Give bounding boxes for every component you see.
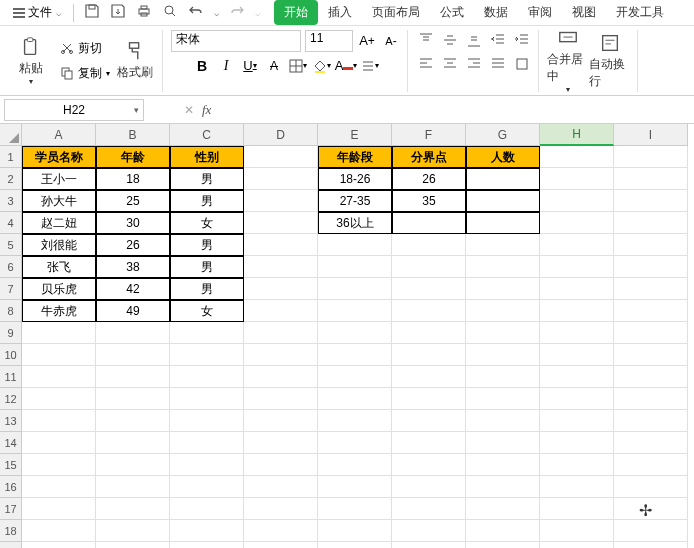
row-header-15[interactable]: 15 — [0, 454, 22, 476]
row-header-3[interactable]: 3 — [0, 190, 22, 212]
cell-D9[interactable] — [244, 322, 318, 344]
cell-A12[interactable] — [22, 388, 96, 410]
cell-I14[interactable] — [614, 432, 688, 454]
cell-C2[interactable]: 男 — [170, 168, 244, 190]
cell-E5[interactable] — [318, 234, 392, 256]
cell-F6[interactable] — [392, 256, 466, 278]
cell-I2[interactable] — [614, 168, 688, 190]
orientation-icon[interactable] — [512, 54, 532, 74]
cell-F5[interactable] — [392, 234, 466, 256]
cell-F9[interactable] — [392, 322, 466, 344]
font-name-select[interactable]: 宋体 — [171, 30, 301, 52]
cell-I3[interactable] — [614, 190, 688, 212]
cell-H15[interactable] — [540, 454, 614, 476]
cell-H16[interactable] — [540, 476, 614, 498]
cell-D10[interactable] — [244, 344, 318, 366]
col-header-G[interactable]: G — [466, 124, 540, 146]
cell-F16[interactable] — [392, 476, 466, 498]
cell-B12[interactable] — [96, 388, 170, 410]
cell-F11[interactable] — [392, 366, 466, 388]
cell-H4[interactable] — [540, 212, 614, 234]
cell-C11[interactable] — [170, 366, 244, 388]
col-header-B[interactable]: B — [96, 124, 170, 146]
row-header-11[interactable]: 11 — [0, 366, 22, 388]
tab-dev[interactable]: 开发工具 — [606, 0, 674, 25]
cell-E11[interactable] — [318, 366, 392, 388]
cell-I17[interactable] — [614, 498, 688, 520]
cell-B9[interactable] — [96, 322, 170, 344]
cell-D6[interactable] — [244, 256, 318, 278]
cell-D18[interactable] — [244, 520, 318, 542]
cell-H2[interactable] — [540, 168, 614, 190]
merge-button[interactable]: 合并居中▾ — [547, 32, 589, 90]
cell-E18[interactable] — [318, 520, 392, 542]
cell-C19[interactable] — [170, 542, 244, 548]
cell-H3[interactable] — [540, 190, 614, 212]
row-headers[interactable]: 12345678910111213141516171819 — [0, 146, 22, 548]
cell-I1[interactable] — [614, 146, 688, 168]
cell-F7[interactable] — [392, 278, 466, 300]
row-header-17[interactable]: 17 — [0, 498, 22, 520]
cell-G5[interactable] — [466, 234, 540, 256]
format-button[interactable]: ▾ — [360, 56, 380, 76]
cell-I15[interactable] — [614, 454, 688, 476]
cell-E8[interactable] — [318, 300, 392, 322]
cell-G19[interactable] — [466, 542, 540, 548]
cell-G14[interactable] — [466, 432, 540, 454]
cell-C3[interactable]: 男 — [170, 190, 244, 212]
cell-B2[interactable]: 18 — [96, 168, 170, 190]
cell-I13[interactable] — [614, 410, 688, 432]
cell-D15[interactable] — [244, 454, 318, 476]
strike-button[interactable]: A — [264, 56, 284, 76]
cell-G6[interactable] — [466, 256, 540, 278]
cell-H11[interactable] — [540, 366, 614, 388]
fill-color-button[interactable]: ▾ — [312, 56, 332, 76]
cell-E15[interactable] — [318, 454, 392, 476]
row-header-8[interactable]: 8 — [0, 300, 22, 322]
cell-F17[interactable] — [392, 498, 466, 520]
cell-B17[interactable] — [96, 498, 170, 520]
cell-D1[interactable] — [244, 146, 318, 168]
cell-F8[interactable] — [392, 300, 466, 322]
undo-icon[interactable] — [188, 3, 204, 22]
cell-H6[interactable] — [540, 256, 614, 278]
indent-dec-icon[interactable] — [488, 30, 508, 50]
cell-B1[interactable]: 年龄 — [96, 146, 170, 168]
cell-I9[interactable] — [614, 322, 688, 344]
cell-H17[interactable] — [540, 498, 614, 520]
cell-A6[interactable]: 张飞 — [22, 256, 96, 278]
cell-E2[interactable]: 18-26 — [318, 168, 392, 190]
cell-H12[interactable] — [540, 388, 614, 410]
tab-start[interactable]: 开始 — [274, 0, 318, 25]
cell-G1[interactable]: 人数 — [466, 146, 540, 168]
align-bottom-icon[interactable] — [464, 30, 484, 50]
tab-review[interactable]: 审阅 — [518, 0, 562, 25]
cell-B19[interactable] — [96, 542, 170, 548]
cell-E12[interactable] — [318, 388, 392, 410]
cell-C1[interactable]: 性别 — [170, 146, 244, 168]
cell-H13[interactable] — [540, 410, 614, 432]
cell-H5[interactable] — [540, 234, 614, 256]
indent-inc-icon[interactable] — [512, 30, 532, 50]
copy-button[interactable]: 复制▾ — [56, 63, 114, 84]
cell-A11[interactable] — [22, 366, 96, 388]
cell-B10[interactable] — [96, 344, 170, 366]
cell-B15[interactable] — [96, 454, 170, 476]
row-header-12[interactable]: 12 — [0, 388, 22, 410]
cell-A2[interactable]: 王小一 — [22, 168, 96, 190]
cell-D2[interactable] — [244, 168, 318, 190]
align-top-icon[interactable] — [416, 30, 436, 50]
cell-B7[interactable]: 42 — [96, 278, 170, 300]
cell-D14[interactable] — [244, 432, 318, 454]
wrap-button[interactable]: 自动换行 — [589, 32, 631, 90]
cell-H10[interactable] — [540, 344, 614, 366]
file-menu[interactable]: 文件 ⌵ — [4, 1, 69, 25]
align-center-icon[interactable] — [440, 54, 460, 74]
cell-H14[interactable] — [540, 432, 614, 454]
col-header-D[interactable]: D — [244, 124, 318, 146]
cell-A8[interactable]: 牛赤虎 — [22, 300, 96, 322]
underline-button[interactable]: U▾ — [240, 56, 260, 76]
cell-G11[interactable] — [466, 366, 540, 388]
cell-E10[interactable] — [318, 344, 392, 366]
decrease-font-icon[interactable]: A- — [381, 31, 401, 51]
